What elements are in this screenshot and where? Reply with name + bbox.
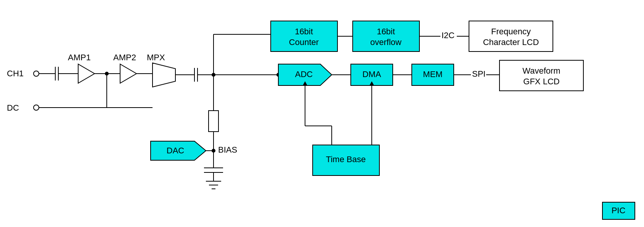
dac-label: DAC xyxy=(167,146,185,155)
waveform-lcd-label2: GFX LCD xyxy=(523,77,559,86)
resistor-symbol xyxy=(209,111,218,132)
freq-lcd-label1: Frequency xyxy=(491,27,531,36)
freq-lcd-block xyxy=(469,21,553,52)
waveform-lcd-label1: Waveform xyxy=(522,66,560,76)
mpx-label: MPX xyxy=(147,53,165,62)
overflow-block xyxy=(353,21,419,52)
ch1-label: CH1 xyxy=(7,69,24,78)
freq-lcd-label2: Character LCD xyxy=(483,37,539,47)
spi-label: SPI xyxy=(472,69,485,79)
overflow-label1: 16bit xyxy=(377,27,395,36)
waveform-lcd-block xyxy=(499,60,583,91)
bias-label: BIAS xyxy=(218,145,237,155)
mem-label: MEM xyxy=(423,69,442,79)
counter-label2: Counter xyxy=(289,37,319,47)
dc-label: DC xyxy=(7,103,19,113)
amp1-label: AMP1 xyxy=(68,53,91,62)
i2c-label: I2C xyxy=(442,31,454,40)
overflow-label2: overflow xyxy=(370,37,401,47)
dma-label: DMA xyxy=(363,69,381,79)
counter-block xyxy=(271,21,337,52)
pic-label: PIC xyxy=(612,206,626,215)
adc-label: ADC xyxy=(295,69,313,79)
counter-label1: 16bit xyxy=(295,27,313,36)
timebase-label: Time Base xyxy=(326,155,366,164)
amp2-label: AMP2 xyxy=(113,53,136,62)
